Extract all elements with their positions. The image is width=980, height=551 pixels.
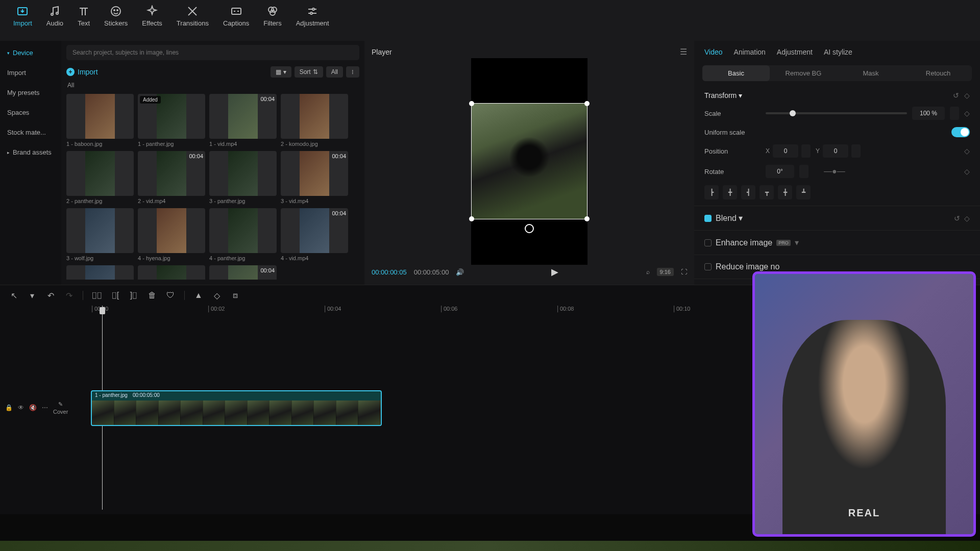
sidebar-brand[interactable]: ▸Brand assets — [0, 142, 61, 162]
sidebar-import[interactable]: Import — [0, 63, 61, 83]
align-center-v-button[interactable]: ╋ — [778, 185, 792, 199]
reset-icon[interactable]: ↺ — [953, 91, 959, 99]
trim-right-button[interactable]: ]⌷ — [127, 289, 140, 302]
crop-button[interactable]: ⧈ — [229, 289, 242, 302]
toolbar-transitions[interactable]: Transitions — [169, 0, 216, 32]
split-button[interactable]: ⌷⌷ — [90, 289, 104, 302]
position-x-input[interactable] — [773, 144, 798, 158]
filter-button[interactable]: ⫶ — [346, 66, 359, 78]
align-bottom-button[interactable]: ┻ — [796, 185, 811, 199]
sidebar-spaces[interactable]: Spaces — [0, 103, 61, 122]
toolbar-effects[interactable]: Effects — [135, 0, 169, 32]
resize-handle-br[interactable] — [584, 216, 590, 221]
align-right-button[interactable]: ┫ — [741, 185, 755, 199]
tab-ai-stylize[interactable]: AI stylize — [824, 48, 852, 56]
canvas[interactable] — [471, 58, 587, 265]
media-thumbnail[interactable]: 00:044 - vid.mp4 — [281, 208, 348, 261]
cover-button[interactable]: ✎ Cover — [53, 401, 68, 415]
media-thumbnail[interactable] — [138, 265, 205, 280]
rotate-spinner[interactable] — [799, 165, 808, 178]
position-y-spinner[interactable] — [851, 144, 861, 158]
scale-slider[interactable] — [766, 112, 907, 114]
blend-checkbox[interactable] — [704, 215, 712, 222]
sidebar-device[interactable]: ▾Device — [0, 43, 61, 63]
subtab-remove-bg[interactable]: Remove BG — [770, 65, 837, 81]
view-grid-button[interactable]: ▦ ▾ — [271, 66, 291, 78]
rotate-input[interactable] — [766, 165, 794, 178]
blend-keyframe-icon[interactable]: ◇ — [964, 214, 970, 222]
mirror-button[interactable]: ▲ — [192, 289, 205, 302]
trim-left-button[interactable]: ⌷[ — [109, 289, 122, 302]
sort-button[interactable]: Sort ⇅ — [295, 66, 323, 78]
rotate-handle[interactable] — [525, 224, 534, 233]
fullscreen-icon[interactable]: ⛶ — [681, 268, 687, 276]
media-thumbnail[interactable]: 2 - komodo.jpg — [281, 94, 348, 147]
align-center-h-button[interactable]: ╋ — [723, 185, 737, 199]
keyframe-icon[interactable]: ◇ — [964, 91, 970, 99]
subtab-mask[interactable]: Mask — [837, 65, 904, 81]
resize-handle-tr[interactable] — [584, 101, 590, 106]
toolbar-captions[interactable]: Captions — [216, 0, 256, 32]
lock-track-icon[interactable]: 🔒 — [5, 404, 13, 411]
marker-button[interactable]: 🛡 — [164, 289, 177, 302]
media-thumbnail[interactable]: 00:041 - vid.mp4 — [209, 94, 277, 147]
snapshot-icon[interactable]: ⌕ — [646, 268, 650, 276]
position-keyframe-icon[interactable]: ◇ — [964, 147, 970, 155]
scale-input[interactable] — [912, 107, 945, 120]
align-left-button[interactable]: ┣ — [704, 185, 719, 199]
resize-handle-tl[interactable] — [469, 101, 474, 106]
media-thumbnail[interactable]: 4 - hyena.jpg — [138, 208, 205, 261]
media-thumbnail[interactable]: 3 - wolf.jpg — [66, 208, 134, 261]
toolbar-adjustment[interactable]: Adjustment — [289, 0, 336, 32]
aspect-ratio-badge[interactable]: 9:16 — [657, 268, 674, 276]
import-button[interactable]: + Import — [66, 68, 98, 76]
uniform-scale-toggle[interactable] — [951, 127, 970, 137]
player-menu-icon[interactable]: ☰ — [680, 47, 687, 57]
rotate-keyframe-icon[interactable]: ◇ — [964, 167, 970, 176]
select-dropdown[interactable]: ▾ — [26, 289, 39, 302]
media-thumbnail[interactable]: 4 - panther.jpg — [209, 208, 277, 261]
blend-reset-icon[interactable]: ↺ — [954, 214, 960, 222]
sidebar-stock[interactable]: Stock mate... — [0, 122, 61, 142]
volume-icon[interactable]: 🔊 — [456, 268, 464, 276]
scale-keyframe-icon[interactable]: ◇ — [964, 109, 970, 117]
media-thumbnail[interactable] — [66, 265, 134, 280]
undo-button[interactable]: ↶ — [44, 289, 57, 302]
media-thumbnail[interactable]: 00:04 — [209, 265, 277, 280]
select-tool-button[interactable]: ↖ — [7, 289, 20, 302]
align-top-button[interactable]: ┳ — [760, 185, 774, 199]
rotate-cw-button[interactable]: ◇ — [210, 289, 224, 302]
toolbar-text[interactable]: Text — [70, 0, 97, 32]
toolbar-filters[interactable]: Filters — [256, 0, 288, 32]
position-y-input[interactable] — [823, 144, 848, 158]
media-thumbnail[interactable]: Added1 - panther.jpg — [138, 94, 205, 147]
track-more-icon[interactable]: ⋯ — [42, 404, 48, 411]
toolbar-stickers[interactable]: Stickers — [97, 0, 135, 32]
subtab-retouch[interactable]: Retouch — [904, 65, 972, 81]
resize-handle-bl[interactable] — [469, 216, 474, 221]
media-thumbnail[interactable]: 2 - panther.jpg — [66, 151, 134, 204]
tab-video[interactable]: Video — [704, 48, 723, 56]
subtab-basic[interactable]: Basic — [702, 65, 770, 81]
position-x-spinner[interactable] — [801, 144, 811, 158]
filter-all-button[interactable]: All — [326, 66, 343, 78]
media-thumbnail[interactable]: 3 - panther.jpg — [209, 151, 277, 204]
selected-clip-preview[interactable] — [471, 103, 587, 219]
media-thumbnail[interactable]: 1 - baboon.jpg — [66, 94, 134, 147]
mute-track-icon[interactable]: 🔇 — [29, 404, 37, 411]
search-input[interactable] — [66, 45, 359, 60]
scale-spinner[interactable] — [950, 107, 959, 120]
sidebar-presets[interactable]: My presets — [0, 83, 61, 103]
timeline-clip[interactable]: 1 - panther.jpg 00:00:05:00 — [91, 390, 382, 426]
media-thumbnail[interactable]: 00:043 - vid.mp4 — [281, 151, 348, 204]
redo-button[interactable]: ↷ — [62, 289, 76, 302]
media-thumbnail[interactable]: 00:042 - vid.mp4 — [138, 151, 205, 204]
hide-track-icon[interactable]: 👁 — [18, 404, 24, 411]
tab-animation[interactable]: Animation — [734, 48, 766, 56]
tab-adjustment[interactable]: Adjustment — [777, 48, 813, 56]
play-button[interactable]: ▶ — [551, 266, 558, 278]
enhance-checkbox[interactable] — [704, 239, 712, 246]
toolbar-import[interactable]: Import — [6, 0, 39, 32]
reduce-noise-checkbox[interactable] — [704, 263, 712, 270]
toolbar-audio[interactable]: Audio — [39, 0, 70, 32]
